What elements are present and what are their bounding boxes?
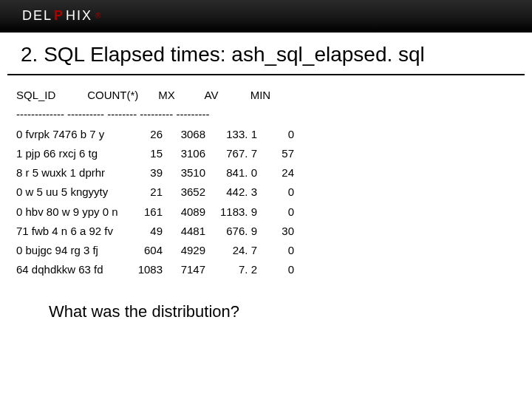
- sql-output: SQL_ID COUNT(*) MX AV MIN ------------- …: [16, 86, 516, 280]
- cell-sqlid: 0 hbv 80 w 9 ypy 0 n: [16, 202, 127, 222]
- cell-sqlid: 1 pjp 66 rxcj 6 tg: [16, 144, 127, 163]
- table-row: 0 fvrpk 7476 b 7 y263068133. 10: [16, 125, 516, 144]
- table-row: 64 dqhdkkw 63 fd108371477. 20: [16, 260, 516, 279]
- cell-mx: 3068: [163, 125, 205, 144]
- cell-av: 1183. 9: [205, 202, 257, 222]
- col-header-sqlid: SQL_ID: [16, 86, 84, 105]
- table-row: 0 bujgc 94 rg 3 fj604492924. 70: [16, 241, 516, 260]
- cell-av: 7. 2: [205, 260, 257, 279]
- logo-prefix: DEL: [22, 8, 52, 24]
- cell-min: 0: [257, 260, 294, 279]
- col-header-count: COUNT(*): [87, 86, 155, 105]
- table-row: 71 fwb 4 n 6 a 92 fv494481676. 930: [16, 222, 516, 241]
- header-bar: DELPHIX ®: [0, 0, 532, 33]
- cell-av: 841. 0: [205, 163, 257, 183]
- cell-min: 0: [257, 125, 294, 144]
- cell-av: 676. 9: [205, 222, 257, 241]
- cell-min: 24: [257, 163, 294, 183]
- cell-min: 30: [257, 222, 294, 241]
- col-header-mx: MX: [158, 86, 201, 105]
- cell-count: 161: [127, 202, 163, 222]
- cell-mx: 3652: [163, 183, 205, 202]
- cell-min: 0: [257, 241, 294, 260]
- cell-sqlid: 0 w 5 uu 5 kngyyty: [16, 183, 127, 202]
- logo-mark-icon: ®: [95, 12, 100, 20]
- cell-min: 57: [257, 144, 294, 163]
- col-header-min: MIN: [250, 86, 287, 105]
- cell-min: 0: [257, 183, 294, 202]
- cell-count: 21: [127, 183, 163, 202]
- table-row: 8 r 5 wuxk 1 dprhr393510841. 024: [16, 163, 516, 183]
- table-row: 1 pjp 66 rxcj 6 tg153106767. 757: [16, 144, 516, 163]
- cell-sqlid: 0 bujgc 94 rg 3 fj: [16, 241, 127, 260]
- cell-min: 0: [257, 202, 294, 222]
- cell-mx: 7147: [163, 260, 205, 279]
- col-header-av: AV: [205, 86, 248, 105]
- cell-av: 133. 1: [205, 125, 257, 144]
- cell-sqlid: 8 r 5 wuxk 1 dprhr: [16, 163, 127, 183]
- cell-count: 15: [127, 144, 163, 163]
- table-separator: ------------- ---------- -------- ------…: [16, 105, 516, 124]
- cell-sqlid: 71 fwb 4 n 6 a 92 fv: [16, 222, 127, 241]
- cell-av: 767. 7: [205, 144, 257, 163]
- page-title: 2. SQL Elapsed times: ash_sql_elapsed. s…: [21, 43, 511, 66]
- content-area: SQL_ID COUNT(*) MX AV MIN ------------- …: [0, 75, 532, 336]
- cell-mx: 4089: [163, 202, 205, 222]
- table-row: 0 hbv 80 w 9 ypy 0 n16140891183. 90: [16, 202, 516, 222]
- cell-count: 39: [127, 163, 163, 183]
- cell-mx: 4929: [163, 241, 205, 260]
- cell-sqlid: 0 fvrpk 7476 b 7 y: [16, 125, 127, 144]
- logo-accent: P: [54, 8, 64, 24]
- table-body: 0 fvrpk 7476 b 7 y263068133. 101 pjp 66 …: [16, 125, 516, 280]
- table-header-row: SQL_ID COUNT(*) MX AV MIN: [16, 86, 516, 105]
- logo-suffix: HIX: [66, 8, 92, 24]
- brand-logo: DELPHIX ®: [22, 8, 100, 24]
- cell-mx: 3106: [163, 144, 205, 163]
- cell-av: 24. 7: [205, 241, 257, 260]
- cell-av: 442. 3: [205, 183, 257, 202]
- table-row: 0 w 5 uu 5 kngyyty213652442. 30: [16, 183, 516, 202]
- cell-count: 604: [127, 241, 163, 260]
- cell-count: 1083: [127, 260, 163, 279]
- cell-mx: 3510: [163, 163, 205, 183]
- cell-count: 26: [127, 125, 163, 144]
- title-row: 2. SQL Elapsed times: ash_sql_elapsed. s…: [7, 33, 525, 75]
- question-text: What was the distribution?: [46, 298, 242, 326]
- cell-count: 49: [127, 222, 163, 241]
- cell-sqlid: 64 dqhdkkw 63 fd: [16, 260, 127, 279]
- cell-mx: 4481: [163, 222, 205, 241]
